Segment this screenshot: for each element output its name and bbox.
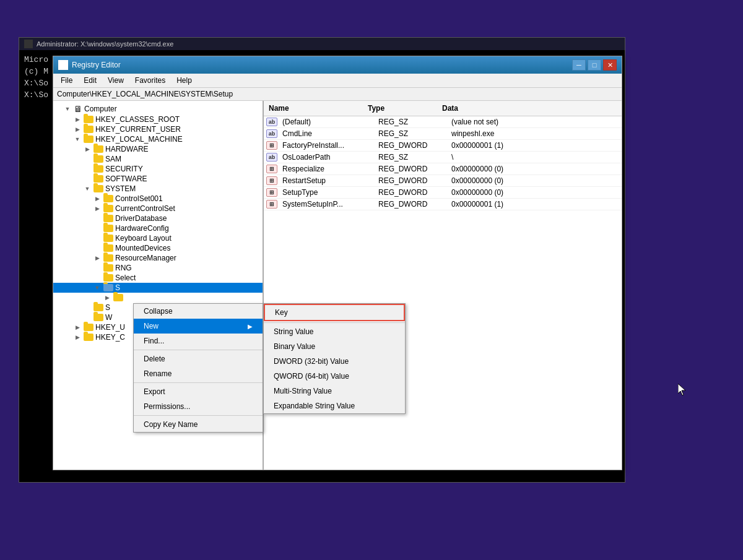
value-name: SystemSetupInP... xyxy=(280,199,376,209)
tree-label: Keyboard Layout xyxy=(115,234,172,243)
tree-select[interactable]: Select xyxy=(53,273,263,283)
tree-sam[interactable]: SAM xyxy=(53,154,263,164)
submenu-string-value[interactable]: String Value xyxy=(264,324,405,339)
tree-label: SYSTEM xyxy=(105,184,136,193)
menu-favorites[interactable]: Favorites xyxy=(130,75,170,86)
expand-icon xyxy=(93,224,102,233)
value-name: CmdLine xyxy=(280,129,376,139)
expand-icon: ▶ xyxy=(103,293,111,302)
submenu-dword-value[interactable]: DWORD (32-bit) Value xyxy=(264,354,405,369)
tree-currentcontrolset[interactable]: ▶ CurrentControlSet xyxy=(53,204,263,213)
ctx-delete[interactable]: Delete xyxy=(134,351,263,366)
tree-label: ControlSet001 xyxy=(115,194,163,203)
expand-icon: ▼ xyxy=(63,105,72,113)
tree-security[interactable]: SECURITY xyxy=(53,164,263,174)
submenu-expandable-string[interactable]: Expandable String Value xyxy=(264,398,405,413)
value-row-factorypre[interactable]: ⊞ FactoryPreInstall... REG_DWORD 0x00000… xyxy=(264,140,622,152)
value-type: REG_DWORD xyxy=(376,176,449,186)
submenu-arrow: ▶ xyxy=(248,323,253,330)
tree-setup[interactable]: ▼ S xyxy=(53,283,263,293)
value-row-systemsetup[interactable]: ⊞ SystemSetupInP... REG_DWORD 0x00000001… xyxy=(264,199,622,210)
tree-resourcemanager[interactable]: ▶ ResourceManager xyxy=(53,253,263,263)
menu-edit[interactable]: Edit xyxy=(79,75,102,86)
tree-hardware[interactable]: ▶ HARDWARE xyxy=(53,144,263,154)
value-row-restartsetup[interactable]: ⊞ RestartSetup REG_DWORD 0x00000000 (0) xyxy=(264,175,622,187)
tree-rng[interactable]: RNG xyxy=(53,263,263,273)
value-data: \ xyxy=(449,152,622,162)
ctx-rename[interactable]: Rename xyxy=(134,366,263,381)
ctx-separator-2 xyxy=(134,382,263,383)
submenu-binary-value[interactable]: Binary Value xyxy=(264,339,405,354)
value-row-respecialize[interactable]: ⊞ Respecialize REG_DWORD 0x00000000 (0) xyxy=(264,163,622,175)
expand-icon xyxy=(93,264,102,272)
tree-label: SAM xyxy=(105,155,121,163)
tree-label: SECURITY xyxy=(105,165,143,173)
menu-file[interactable]: File xyxy=(56,75,77,86)
tree-system[interactable]: ▼ SYSTEM xyxy=(53,184,263,194)
value-name: RestartSetup xyxy=(280,176,376,186)
value-data: (value not set) xyxy=(449,117,622,127)
tree-label: ResourceManager xyxy=(115,254,176,262)
menu-help[interactable]: Help xyxy=(172,75,197,86)
ctx-permissions[interactable]: Permissions... xyxy=(134,399,263,414)
ctx-copy-key-name[interactable]: Copy Key Name xyxy=(134,417,263,432)
tree-controlset001[interactable]: ▶ ControlSet001 xyxy=(53,194,263,204)
col-type: Type xyxy=(363,103,437,114)
ctx-export[interactable]: Export xyxy=(134,384,263,399)
tree-hkcr[interactable]: ▶ HKEY_CLASSES_ROOT xyxy=(53,114,263,124)
value-row-setuptype[interactable]: ⊞ SetupType REG_DWORD 0x00000000 (0) xyxy=(264,187,622,199)
expand-icon xyxy=(83,174,92,183)
expand-icon: ▶ xyxy=(73,115,82,124)
minimize-button[interactable]: ─ xyxy=(572,59,586,71)
tree-label: HKEY_CLASSES_ROOT xyxy=(95,115,180,124)
tree-driverdatabase[interactable]: DriverDatabase xyxy=(53,213,263,223)
folder-icon-open xyxy=(103,284,113,291)
restore-button[interactable]: □ xyxy=(588,59,601,71)
values-header: Name Type Data xyxy=(264,101,622,116)
ctx-separator-3 xyxy=(134,415,263,416)
tree-hardwareconfig[interactable]: HardwareConfig xyxy=(53,223,263,233)
tree-label-computer: Computer xyxy=(84,105,117,113)
tree-software[interactable]: SOFTWARE xyxy=(53,174,263,184)
titlebar-buttons: ─ □ ✕ xyxy=(572,59,617,71)
expand-icon xyxy=(83,303,92,312)
folder-icon xyxy=(103,244,113,252)
value-data: 0x00000000 (0) xyxy=(449,176,622,186)
value-data: winpeshl.exe xyxy=(449,129,622,139)
value-type: REG_DWORD xyxy=(376,187,449,197)
submenu-key[interactable]: Key xyxy=(264,304,405,321)
col-data: Data xyxy=(437,103,622,114)
submenu-qword-value[interactable]: QWORD (64-bit) Value xyxy=(264,369,405,384)
tree-child-s1[interactable]: ▶ xyxy=(53,293,263,303)
tree-keyboardlayout[interactable]: Keyboard Layout xyxy=(53,233,263,243)
folder-icon xyxy=(93,314,103,321)
ctx-collapse[interactable]: Collapse xyxy=(134,304,263,319)
tree-computer[interactable]: ▼ 🖥 Computer xyxy=(53,103,263,114)
values-pane: Name Type Data ab (Default) REG_SZ (valu… xyxy=(264,101,622,470)
cmd-icon xyxy=(24,40,33,48)
folder-icon xyxy=(93,155,103,163)
tree-label: HKEY_LOCAL_MACHINE xyxy=(95,135,183,144)
expand-icon: ▶ xyxy=(93,204,102,213)
value-row-cmdline[interactable]: ab CmdLine REG_SZ winpeshl.exe xyxy=(264,128,622,140)
value-type: REG_DWORD xyxy=(376,140,449,150)
expand-icon xyxy=(93,214,102,223)
tree-label: S xyxy=(115,283,120,292)
expand-icon: ▼ xyxy=(73,135,82,144)
close-button[interactable]: ✕ xyxy=(603,59,617,71)
value-row-osloader[interactable]: ab OsLoaderPath REG_SZ \ xyxy=(264,152,622,163)
folder-icon xyxy=(103,274,113,282)
tree-label: RNG xyxy=(115,264,132,272)
tree-hkcu[interactable]: ▶ HKEY_CURRENT_USER xyxy=(53,124,263,134)
value-type: REG_SZ xyxy=(376,129,449,139)
value-icon-dword: ⊞ xyxy=(266,176,277,185)
ctx-find[interactable]: Find... xyxy=(134,334,263,348)
menu-view[interactable]: View xyxy=(103,75,129,86)
tree-mounteddevices[interactable]: MountedDevices xyxy=(53,243,263,253)
expand-icon xyxy=(93,234,102,243)
value-row-default[interactable]: ab (Default) REG_SZ (value not set) xyxy=(264,116,622,128)
expand-icon xyxy=(83,313,92,322)
submenu-multi-string[interactable]: Multi-String Value xyxy=(264,384,405,398)
ctx-new[interactable]: New ▶ xyxy=(134,319,263,334)
tree-hklm[interactable]: ▼ HKEY_LOCAL_MACHINE xyxy=(53,134,263,144)
